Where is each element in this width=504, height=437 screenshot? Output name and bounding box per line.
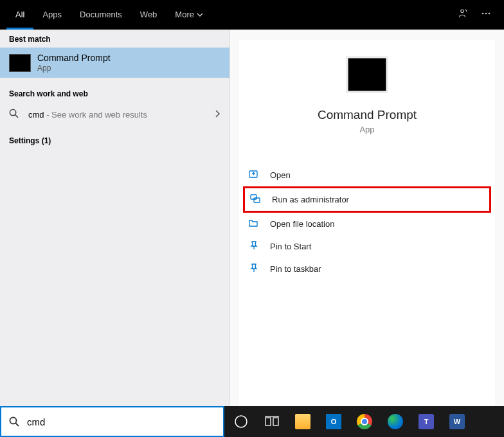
- taskbar-outlook[interactable]: O: [320, 409, 348, 434]
- chevron-right-icon: [214, 109, 221, 121]
- search-input[interactable]: [27, 416, 215, 427]
- svg-point-11: [235, 416, 247, 427]
- search-box[interactable]: [0, 406, 224, 437]
- cortana-icon[interactable]: [227, 409, 255, 434]
- tab-more[interactable]: More: [166, 0, 212, 30]
- svg-point-9: [10, 418, 17, 424]
- svg-rect-12: [266, 418, 271, 425]
- results-panel: Best match Command Prompt App Search wor…: [0, 30, 230, 406]
- search-web-header: Search work and web: [0, 84, 230, 102]
- taskbar: O T W: [224, 406, 504, 437]
- svg-point-0: [461, 10, 464, 13]
- tab-all[interactable]: All: [6, 0, 33, 30]
- admin-icon: [250, 193, 263, 206]
- open-icon: [248, 169, 261, 181]
- action-label: Pin to Start: [270, 242, 311, 251]
- settings-header[interactable]: Settings (1): [0, 131, 230, 149]
- web-search-suggestion[interactable]: cmd - See work and web results: [0, 102, 230, 127]
- taskbar-file-explorer[interactable]: [289, 409, 317, 434]
- action-pin-to-taskbar[interactable]: Pin to taskbar: [243, 258, 491, 280]
- result-subtitle: App: [37, 64, 221, 73]
- action-label: Open file location: [270, 219, 334, 229]
- action-label: Run as administrator: [272, 195, 349, 204]
- more-options-icon[interactable]: [474, 8, 498, 21]
- taskbar-word[interactable]: W: [443, 409, 471, 434]
- preview-subtitle: App: [239, 125, 495, 134]
- folder-icon: [248, 218, 261, 230]
- taskbar-edge[interactable]: [381, 409, 410, 434]
- command-prompt-icon: [348, 58, 386, 91]
- svg-rect-13: [273, 418, 278, 425]
- preview-panel: Command Prompt App Open Run as administr…: [230, 30, 504, 406]
- search-icon: [9, 109, 22, 121]
- svg-line-5: [15, 115, 18, 118]
- chevron-down-icon: [197, 12, 203, 18]
- pin-icon: [248, 263, 261, 275]
- action-run-as-administrator[interactable]: Run as administrator: [243, 186, 491, 213]
- svg-point-4: [10, 109, 15, 115]
- task-view-icon[interactable]: [258, 409, 286, 434]
- search-filter-tabs: All Apps Documents Web More: [0, 0, 504, 30]
- action-open[interactable]: Open: [243, 164, 491, 186]
- svg-point-2: [485, 13, 487, 15]
- best-match-header: Best match: [0, 30, 230, 48]
- svg-point-3: [489, 13, 491, 15]
- preview-title: Command Prompt: [239, 108, 495, 122]
- taskbar-chrome[interactable]: [350, 409, 379, 434]
- svg-rect-6: [249, 171, 257, 177]
- result-title: Command Prompt: [37, 53, 221, 63]
- action-list: Open Run as administrator Open file loca…: [239, 164, 495, 280]
- action-label: Open: [270, 170, 291, 180]
- taskbar-teams[interactable]: T: [412, 409, 440, 434]
- search-icon: [9, 416, 19, 427]
- action-label: Pin to taskbar: [270, 264, 321, 274]
- tab-web[interactable]: Web: [131, 0, 166, 30]
- tab-apps[interactable]: Apps: [33, 0, 71, 30]
- action-pin-to-start[interactable]: Pin to Start: [243, 235, 491, 258]
- web-search-text: cmd - See work and web results: [28, 110, 214, 120]
- pin-icon: [248, 240, 261, 253]
- best-match-result[interactable]: Command Prompt App: [0, 48, 230, 78]
- tab-documents[interactable]: Documents: [71, 0, 131, 30]
- svg-line-10: [16, 424, 19, 427]
- action-open-file-location[interactable]: Open file location: [243, 213, 491, 235]
- command-prompt-icon: [9, 54, 31, 72]
- svg-point-1: [482, 13, 484, 15]
- feedback-icon[interactable]: [450, 8, 474, 22]
- tab-more-label: More: [175, 0, 194, 30]
